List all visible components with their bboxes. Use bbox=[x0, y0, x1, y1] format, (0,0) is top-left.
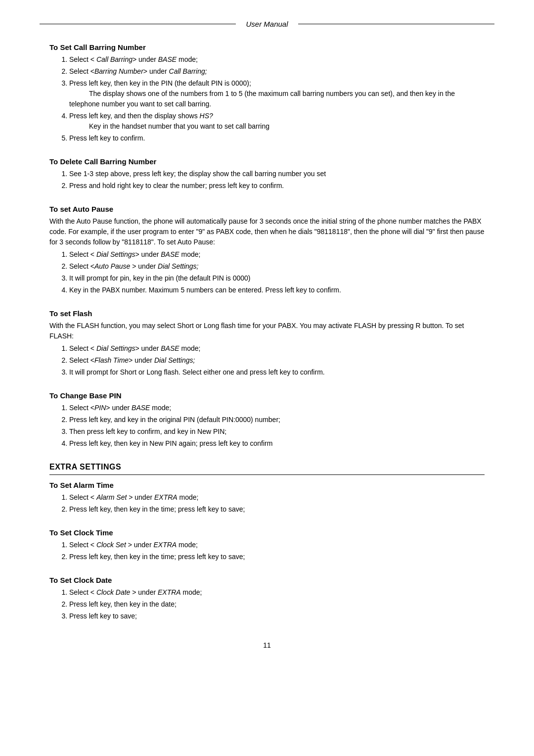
list-item: Press left key to confirm. bbox=[69, 133, 485, 143]
intro-text: With the Auto Pause function, the phone … bbox=[49, 216, 485, 247]
wrapped-text: The display shows one of the numbers fro… bbox=[69, 90, 455, 108]
extra-settings-header: EXTRA SETTINGS bbox=[49, 463, 485, 475]
page-header: User Manual bbox=[40, 20, 494, 28]
list-item: Press left key, and key in the original … bbox=[69, 415, 485, 425]
flash-list: Select < Dial Settings> under BASE mode;… bbox=[69, 343, 485, 378]
section-title-clock-date: To Set Clock Date bbox=[49, 576, 485, 584]
section-change-base-pin: To Change Base PIN Select <PIN> under BA… bbox=[49, 391, 485, 449]
list-item: Select < Call Barring> under BASE mode; bbox=[69, 54, 485, 65]
section-set-clock-date: To Set Clock Date Select < Clock Date > … bbox=[49, 576, 485, 621]
list-item: Select <Flash Time> under Dial Settings; bbox=[69, 355, 485, 366]
section-title-delete-call-barring: To Delete Call Barring Number bbox=[49, 157, 485, 166]
section-title-alarm-time: To Set Alarm Time bbox=[49, 481, 485, 489]
list-item: Select < Dial Settings> under BASE mode; bbox=[69, 343, 485, 354]
list-item: It will prompt for pin, key in the pin (… bbox=[69, 273, 485, 284]
clock-time-list: Select < Clock Set > under EXTRA mode; P… bbox=[69, 540, 485, 562]
list-item: Select < Alarm Set > under EXTRA mode; bbox=[69, 492, 485, 503]
list-item: It will prompt for Short or Long flash. … bbox=[69, 367, 485, 378]
main-content: To Set Call Barring Number Select < Call… bbox=[40, 43, 494, 621]
extra-settings-divider bbox=[49, 474, 485, 475]
header-title: User Manual bbox=[246, 20, 288, 28]
list-item: Key in the PABX number. Maximum 5 number… bbox=[69, 285, 485, 295]
header-line-left bbox=[40, 24, 236, 24]
list-item: Press left key, and then the display sho… bbox=[69, 111, 485, 132]
section-title-flash: To set Flash bbox=[49, 309, 485, 318]
list-item: Select <Barring Number> under Call Barri… bbox=[69, 66, 485, 77]
base-pin-list: Select <PIN> under BASE mode; Press left… bbox=[69, 403, 485, 449]
list-item: Press left key, then key in New PIN agai… bbox=[69, 438, 485, 449]
call-barring-list: Select < Call Barring> under BASE mode; … bbox=[69, 54, 485, 143]
list-item: Select < Dial Settings> under BASE mode; bbox=[69, 249, 485, 260]
intro-text: With the FLASH function, you may select … bbox=[49, 321, 485, 341]
delete-call-barring-list: See 1-3 step above, press left key; the … bbox=[69, 169, 485, 191]
section-title-base-pin: To Change Base PIN bbox=[49, 391, 485, 400]
section-set-flash: To set Flash With the FLASH function, yo… bbox=[49, 309, 485, 378]
list-item: See 1-3 step above, press left key; the … bbox=[69, 169, 485, 179]
auto-pause-list: Select < Dial Settings> under BASE mode;… bbox=[69, 249, 485, 295]
page-number: 11 bbox=[40, 641, 494, 649]
section-title-clock-time: To Set Clock Time bbox=[49, 528, 485, 537]
list-item: Select < Clock Date > under EXTRA mode; bbox=[69, 587, 485, 598]
auto-pause-intro: With the Auto Pause function, the phone … bbox=[49, 216, 485, 247]
section-title-set-call-barring: To Set Call Barring Number bbox=[49, 43, 485, 51]
header-line-right bbox=[298, 24, 494, 24]
list-item: Then press left key to confirm, and key … bbox=[69, 426, 485, 437]
page-wrapper: User Manual To Set Call Barring Number S… bbox=[40, 20, 494, 649]
list-item: Press left key, then key in the date; bbox=[69, 599, 485, 610]
list-item: Press left key, then key in the time; pr… bbox=[69, 552, 485, 562]
clock-date-list: Select < Clock Date > under EXTRA mode; … bbox=[69, 587, 485, 621]
list-item: Press left key, then key in the PIN (the… bbox=[69, 78, 485, 109]
section-set-alarm-time: To Set Alarm Time Select < Alarm Set > u… bbox=[49, 481, 485, 515]
section-set-call-barring-number: To Set Call Barring Number Select < Call… bbox=[49, 43, 485, 143]
list-item: Press left key to save; bbox=[69, 611, 485, 621]
section-set-clock-time: To Set Clock Time Select < Clock Set > u… bbox=[49, 528, 485, 562]
wrapped-text: Key in the handset number that you want … bbox=[89, 122, 269, 130]
section-set-auto-pause: To set Auto Pause With the Auto Pause fu… bbox=[49, 205, 485, 295]
list-item: Select <PIN> under BASE mode; bbox=[69, 403, 485, 413]
section-delete-call-barring: To Delete Call Barring Number See 1-3 st… bbox=[49, 157, 485, 191]
extra-settings-title: EXTRA SETTINGS bbox=[49, 463, 485, 472]
section-title-auto-pause: To set Auto Pause bbox=[49, 205, 485, 213]
list-item: Press and hold right key to clear the nu… bbox=[69, 181, 485, 191]
flash-intro: With the FLASH function, you may select … bbox=[49, 321, 485, 341]
alarm-time-list: Select < Alarm Set > under EXTRA mode; P… bbox=[69, 492, 485, 515]
list-item: Select < Clock Set > under EXTRA mode; bbox=[69, 540, 485, 550]
list-item: Select <Auto Pause > under Dial Settings… bbox=[69, 261, 485, 272]
list-item: Press left key, then key in the time; pr… bbox=[69, 504, 485, 515]
